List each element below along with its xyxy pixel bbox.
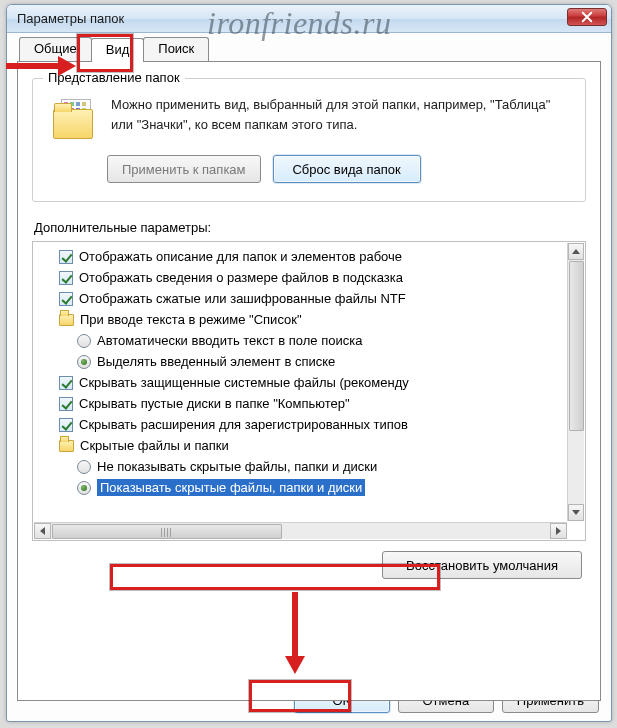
folder-icon: [59, 314, 74, 326]
vertical-scrollbar[interactable]: [567, 243, 584, 521]
checkbox-icon: [59, 376, 73, 390]
tree-item[interactable]: Автоматически вводить текст в поле поиск…: [41, 330, 583, 351]
radio-icon: [77, 460, 91, 474]
tree-item[interactable]: Выделять введенный элемент в списке: [41, 351, 583, 372]
tab-general[interactable]: Общие: [19, 37, 92, 61]
tree-item[interactable]: Скрывать защищенные системные файлы (рек…: [41, 372, 583, 393]
tab-panel: Представление папок Можно применить вид,…: [17, 61, 601, 701]
window-title: Параметры папок: [17, 11, 124, 26]
horizontal-scrollbar[interactable]: [34, 522, 567, 539]
tab-search[interactable]: Поиск: [143, 37, 209, 61]
apply-to-folders-button[interactable]: Применить к папкам: [107, 155, 261, 183]
checkbox-icon: [59, 418, 73, 432]
tree-item-label: Не показывать скрытые файлы, папки и дис…: [97, 459, 377, 474]
tree-item[interactable]: Скрывать пустые диски в папке "Компьютер…: [41, 393, 583, 414]
checkbox-icon: [59, 250, 73, 264]
scroll-thumb-v[interactable]: [569, 261, 584, 431]
reset-folders-button[interactable]: Сброс вида папок: [273, 155, 421, 183]
scroll-right-button[interactable]: [550, 523, 567, 539]
radio-icon: [77, 481, 91, 495]
folder-options-window: Параметры папок ironfriends.ru Общие Вид…: [6, 4, 612, 722]
checkbox-icon: [59, 292, 73, 306]
tree-item[interactable]: Скрытые файлы и папки: [41, 435, 583, 456]
scroll-left-button[interactable]: [34, 523, 51, 539]
tree-item-label: Выделять введенный элемент в списке: [97, 354, 335, 369]
checkbox-icon: [59, 271, 73, 285]
titlebar[interactable]: Параметры папок: [7, 5, 611, 33]
group-title: Представление папок: [43, 70, 185, 85]
close-button[interactable]: [567, 8, 607, 26]
tree-item[interactable]: Скрывать расширения для зарегистрированн…: [41, 414, 583, 435]
tree-item-label: Показывать скрытые файлы, папки и диски: [97, 479, 365, 496]
radio-icon: [77, 334, 91, 348]
tree-item-label: Скрывать пустые диски в папке "Компьютер…: [79, 396, 350, 411]
folder-icon: [59, 440, 74, 452]
advanced-settings-label: Дополнительные параметры:: [34, 220, 586, 235]
tree-item-label: Отображать сведения о размере файлов в п…: [79, 270, 403, 285]
tree-item-label: Отображать описание для папок и элементо…: [79, 249, 402, 264]
tree-item[interactable]: Отображать сведения о размере файлов в п…: [41, 267, 583, 288]
tree-item[interactable]: Не показывать скрытые файлы, папки и дис…: [41, 456, 583, 477]
tree-item[interactable]: При вводе текста в режиме "Список": [41, 309, 583, 330]
advanced-settings-tree[interactable]: Отображать описание для папок и элементо…: [32, 241, 586, 541]
tree-item-label: Скрывать защищенные системные файлы (рек…: [79, 375, 409, 390]
tree-item-label: Автоматически вводить текст в поле поиск…: [97, 333, 362, 348]
scroll-thumb-h[interactable]: [52, 524, 282, 539]
close-icon: [581, 11, 593, 23]
checkbox-icon: [59, 397, 73, 411]
group-description: Можно применить вид, выбранный для этой …: [111, 95, 571, 134]
radio-icon: [77, 355, 91, 369]
restore-defaults-button[interactable]: Восстановить умолчания: [382, 551, 582, 579]
content-area: Общие Вид Поиск Представление папок Можн…: [7, 33, 611, 711]
tree-item-label: При вводе текста в режиме "Список": [80, 312, 302, 327]
tree-item[interactable]: Показывать скрытые файлы, папки и диски: [41, 477, 583, 498]
tree-item-label: Скрывать расширения для зарегистрированн…: [79, 417, 408, 432]
tree-item[interactable]: Отображать сжатые или зашифрованные файл…: [41, 288, 583, 309]
tab-strip: Общие Вид Поиск: [19, 37, 601, 61]
tree-item-label: Отображать сжатые или зашифрованные файл…: [79, 291, 406, 306]
folder-views-group: Представление папок Можно применить вид,…: [32, 78, 586, 202]
scroll-down-button[interactable]: [568, 504, 584, 521]
tree-item[interactable]: Отображать описание для папок и элементо…: [41, 246, 583, 267]
tab-view[interactable]: Вид: [91, 38, 145, 62]
tree-item-label: Скрытые файлы и папки: [80, 438, 229, 453]
scroll-up-button[interactable]: [568, 243, 584, 260]
folder-preview-icon: [53, 97, 97, 141]
